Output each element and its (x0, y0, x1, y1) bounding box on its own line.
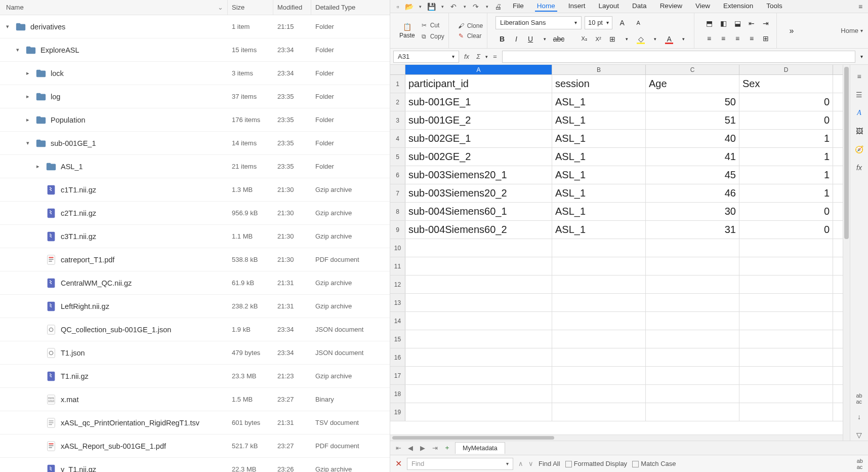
cell[interactable]: 30 (646, 203, 739, 220)
cell[interactable] (646, 239, 739, 257)
file-row[interactable]: lock3 items23:34Folder (0, 62, 390, 85)
file-row[interactable]: catreport_T1.pdf538.8 kB21:30PDF documen… (0, 248, 390, 271)
row-header[interactable]: 11 (390, 257, 405, 275)
cell[interactable]: ASL_1 (552, 203, 646, 220)
prev-sheet-icon[interactable]: ◀ (406, 444, 415, 452)
row-header[interactable]: 6 (390, 166, 405, 184)
horizontal-scrollbar[interactable] (390, 435, 850, 441)
column-header-modified[interactable]: Modified (273, 0, 311, 15)
border-button[interactable]: ⊞ (606, 32, 619, 46)
formula-expand-icon[interactable]: ▾ (858, 54, 865, 59)
cell[interactable] (405, 239, 552, 257)
fill-color-dropdown[interactable]: ▾ (648, 32, 662, 46)
cell[interactable]: 45 (646, 166, 739, 184)
row-header[interactable]: 13 (390, 294, 405, 311)
column-header-C[interactable]: C (646, 65, 739, 74)
font-name-select[interactable]: Liberation Sans ▾ (495, 16, 582, 29)
cell[interactable]: ASL_1 (552, 93, 646, 111)
menu-insert[interactable]: Insert (566, 1, 588, 12)
row-header[interactable]: 10 (390, 239, 405, 257)
column-header-D[interactable]: D (739, 65, 833, 74)
cell[interactable]: sub-004Siemens60_2 (405, 221, 552, 239)
find-replace-toggle-icon[interactable]: abac (857, 458, 863, 470)
cell[interactable] (739, 330, 833, 348)
cell[interactable]: 51 (646, 111, 739, 129)
redo-icon[interactable]: ↷ (471, 2, 480, 11)
cell[interactable]: ASL_1 (552, 221, 646, 239)
row-header[interactable]: 8 (390, 203, 405, 220)
sigma-icon[interactable]: Σ (474, 53, 482, 60)
next-sheet-icon[interactable]: ▶ (419, 444, 427, 452)
cell[interactable] (405, 257, 552, 275)
cell[interactable]: ASL_1 (552, 111, 646, 129)
vertical-scrollbar[interactable] (843, 65, 850, 441)
border-dropdown[interactable]: ▾ (620, 32, 633, 46)
new-doc-icon[interactable]: ▫ (393, 2, 402, 11)
cell[interactable]: sub-002GE_1 (405, 130, 552, 147)
cell[interactable] (552, 276, 646, 293)
filter-icon[interactable]: ▽ (854, 429, 865, 441)
menu-layout[interactable]: Layout (597, 1, 622, 12)
cell[interactable] (739, 403, 833, 421)
ribbon-expand-icon[interactable]: » (785, 24, 798, 37)
shrink-font-button[interactable]: A (632, 16, 645, 29)
cell[interactable] (739, 294, 833, 311)
chevron-down-icon[interactable] (14, 47, 21, 54)
cell[interactable]: 50 (646, 93, 739, 111)
find-input[interactable]: Find ▾ (407, 458, 513, 470)
font-size-select[interactable]: 10 pt ▾ (585, 16, 612, 29)
cell[interactable]: ASL_1 (552, 184, 646, 202)
menu-tools[interactable]: Tools (764, 1, 784, 12)
cell[interactable]: 1 (739, 148, 833, 166)
font-color-dropdown[interactable]: ▾ (677, 32, 690, 46)
superscript-button[interactable]: X² (592, 32, 605, 46)
cell[interactable]: 0 (739, 93, 833, 111)
cell[interactable] (552, 367, 646, 384)
cell[interactable] (552, 330, 646, 348)
cell[interactable] (739, 276, 833, 293)
file-row[interactable]: derivatives1 item21:15Folder (0, 15, 390, 38)
cell[interactable] (405, 294, 552, 311)
chevron-right-icon[interactable] (24, 93, 31, 100)
cell[interactable] (552, 385, 646, 403)
menu-home[interactable]: Home (535, 1, 557, 12)
cell[interactable] (552, 312, 646, 330)
gallery-icon[interactable]: 🖼 (854, 126, 865, 137)
cell[interactable]: 0 (739, 203, 833, 220)
cell[interactable]: 0 (739, 111, 833, 129)
formula-input[interactable] (502, 51, 855, 63)
bold-button[interactable]: B (495, 32, 509, 46)
grow-font-button[interactable]: A (615, 16, 629, 29)
row-header[interactable]: 15 (390, 330, 405, 348)
row-header[interactable]: 2 (390, 93, 405, 111)
row-header[interactable]: 9 (390, 221, 405, 239)
file-row[interactable]: c3T1.nii.gz1.1 MB21:30Gzip archive (0, 225, 390, 248)
cell[interactable]: 31 (646, 221, 739, 239)
cell[interactable] (739, 348, 833, 366)
chevron-down-icon[interactable] (4, 23, 11, 30)
cell[interactable] (405, 385, 552, 403)
cell[interactable] (646, 348, 739, 366)
cell[interactable]: 1 (739, 184, 833, 202)
file-row[interactable]: xASL_Report_sub-001GE_1.pdf521.7 kB23:27… (0, 435, 390, 458)
align-middle-button[interactable]: ◧ (717, 17, 730, 30)
italic-button[interactable]: I (510, 32, 523, 46)
cell[interactable]: 1 (739, 166, 833, 184)
cell[interactable]: ASL_1 (552, 166, 646, 184)
cell[interactable]: 0 (739, 221, 833, 239)
cell[interactable] (646, 294, 739, 311)
file-row[interactable]: Population176 items23:35Folder (0, 108, 390, 132)
row-header[interactable]: 16 (390, 348, 405, 366)
find-prev-icon[interactable]: ∧ (518, 460, 523, 467)
hamburger-icon[interactable]: ≡ (854, 71, 865, 82)
column-header-type[interactable]: Detailed Type (311, 0, 390, 15)
cell[interactable] (405, 330, 552, 348)
file-row[interactable]: T1.json479 bytes23:34JSON document (0, 341, 390, 365)
sigma-dropdown[interactable]: ▾ (485, 54, 488, 59)
sheet-tab[interactable]: MyMetadata (455, 442, 505, 454)
cell[interactable] (552, 257, 646, 275)
row-header[interactable]: 3 (390, 111, 405, 129)
cell[interactable] (646, 367, 739, 384)
align-bottom-button[interactable]: ⬓ (731, 17, 744, 30)
align-top-button[interactable]: ⬒ (702, 17, 716, 30)
